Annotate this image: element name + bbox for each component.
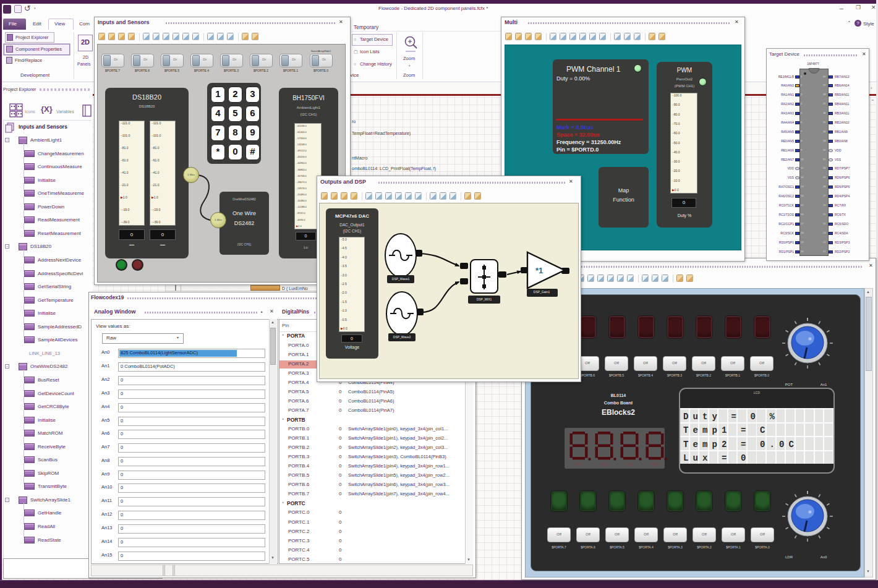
svg-text:*1: *1 <box>535 266 543 275</box>
